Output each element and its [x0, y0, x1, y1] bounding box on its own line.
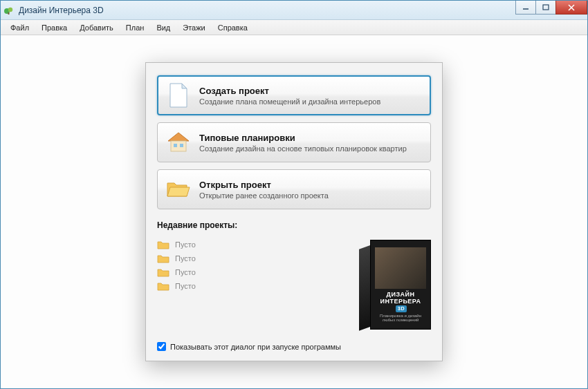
menu-view[interactable]: Вид — [151, 22, 176, 33]
create-project-subtitle: Создание плана помещений и дизайна интер… — [199, 97, 380, 106]
show-on-startup-label: Показывать этот диалог при запуске прогр… — [170, 343, 341, 351]
maximize-button[interactable] — [535, 1, 556, 15]
close-button[interactable] — [555, 1, 587, 15]
svg-rect-4 — [543, 5, 549, 10]
recent-item-label: Пусто — [175, 254, 196, 263]
folder-icon — [157, 281, 169, 291]
startup-dialog: Создать проект Создание плана помещений … — [145, 62, 443, 361]
product-box-image: ДИЗАЙН ИНТЕРЬЕРА3D Планировка и дизайн л… — [359, 240, 431, 330]
svg-marker-7 — [168, 133, 189, 141]
folder-icon — [157, 267, 169, 277]
show-on-startup-row[interactable]: Показывать этот диалог при запуске прогр… — [157, 342, 431, 351]
templates-button[interactable]: Типовые планировки Создание дизайна на о… — [157, 122, 431, 162]
recent-item-label: Пусто — [175, 282, 196, 290]
svg-rect-10 — [180, 144, 183, 147]
product-box-line2: ИНТЕРЬЕРА — [380, 298, 421, 305]
recent-item-label: Пусто — [175, 268, 196, 276]
house-icon — [166, 130, 191, 155]
menu-bar: Файл Правка Добавить План Вид Этажи Спра… — [1, 20, 587, 35]
recent-projects-label: Недавние проекты: — [157, 220, 431, 230]
window-controls — [516, 1, 587, 15]
menu-help[interactable]: Справка — [212, 22, 253, 33]
title-bar[interactable]: Дизайн Интерьера 3D — [1, 1, 587, 20]
menu-file[interactable]: Файл — [5, 22, 35, 33]
create-project-button[interactable]: Создать проект Создание плана помещений … — [157, 75, 431, 115]
show-on-startup-checkbox[interactable] — [157, 342, 166, 351]
recent-area: Пусто Пусто Пусто — [157, 240, 431, 330]
recent-list: Пусто Пусто Пусто — [157, 240, 351, 291]
recent-item-label: Пусто — [175, 240, 196, 249]
templates-title: Типовые планировки — [199, 133, 407, 143]
recent-item[interactable]: Пусто — [157, 240, 351, 249]
folder-icon — [157, 240, 169, 249]
svg-rect-2 — [8, 12, 10, 15]
open-project-subtitle: Открытие ранее созданного проекта — [199, 191, 329, 200]
product-box-badge: 3D — [396, 305, 407, 312]
svg-rect-8 — [171, 141, 186, 151]
window-title: Дизайн Интерьера 3D — [19, 6, 104, 15]
folder-icon — [157, 254, 169, 263]
menu-plan[interactable]: План — [120, 22, 150, 33]
open-project-button[interactable]: Открыть проект Открытие ранее созданного… — [157, 169, 431, 209]
menu-edit[interactable]: Правка — [36, 22, 73, 33]
app-window: Дизайн Интерьера 3D Файл Правка Добавить… — [0, 0, 588, 389]
app-icon — [3, 5, 15, 16]
minimize-button[interactable] — [515, 1, 536, 15]
svg-rect-9 — [174, 144, 177, 147]
svg-point-1 — [8, 7, 12, 11]
create-project-title: Создать проект — [199, 86, 380, 96]
folder-open-icon — [166, 177, 191, 202]
recent-item[interactable]: Пусто — [157, 281, 351, 291]
recent-item[interactable]: Пусто — [157, 267, 351, 277]
client-area: Создать проект Создание плана помещений … — [1, 35, 587, 388]
open-project-title: Открыть проект — [199, 180, 329, 190]
document-icon — [166, 83, 191, 108]
menu-floors[interactable]: Этажи — [177, 22, 210, 33]
recent-item[interactable]: Пусто — [157, 254, 351, 263]
menu-add[interactable]: Добавить — [74, 22, 119, 33]
product-box-small: Планировка и дизайн любых помещений — [375, 314, 426, 322]
templates-subtitle: Создание дизайна на основе типовых плани… — [199, 144, 407, 153]
